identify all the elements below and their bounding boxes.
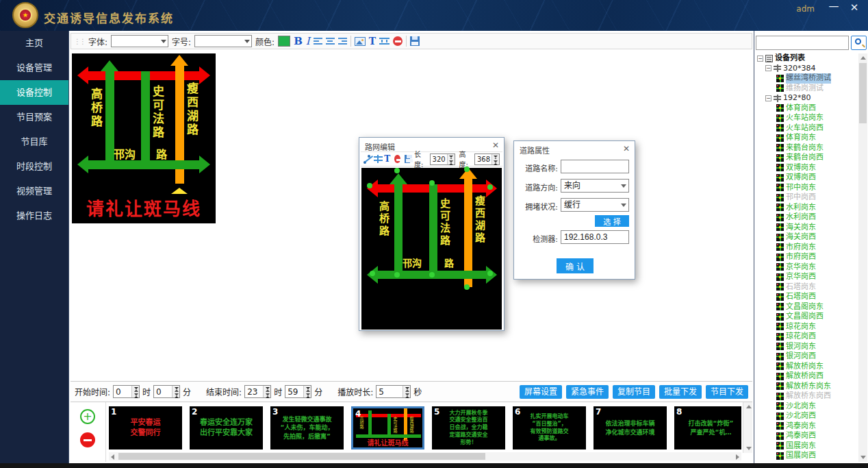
text-tool-icon[interactable]: T bbox=[384, 154, 390, 164]
sidebar-item-3[interactable]: 节目预案 bbox=[0, 105, 68, 130]
device-item[interactable]: 解放桥东岗西 bbox=[786, 391, 831, 402]
control-point[interactable] bbox=[487, 184, 493, 190]
playlist-item-3[interactable]: 3发生轻微交通事故“人未伤，车能动，先拍照，后撤离” bbox=[270, 406, 344, 449]
device-item[interactable]: 邗中岗西 bbox=[786, 193, 816, 203]
control-point[interactable] bbox=[370, 271, 375, 276]
align-left-icon[interactable] bbox=[314, 38, 322, 45]
end-minute-stepper[interactable] bbox=[285, 385, 311, 398]
control-point[interactable] bbox=[394, 272, 400, 278]
device-item[interactable]: 邗中岗东 bbox=[786, 183, 816, 193]
device-item[interactable]: 石塔岗西 bbox=[786, 292, 816, 302]
playlist-item-1[interactable]: 1平安春运交警同行 bbox=[109, 406, 182, 449]
device-item[interactable]: 水利岗西 bbox=[786, 212, 816, 223]
tree-expander-icon[interactable]: − bbox=[757, 56, 763, 62]
device-item[interactable]: 解放桥岗东 bbox=[786, 362, 824, 372]
scrollbar-thumb[interactable] bbox=[859, 63, 867, 123]
device-item[interactable]: 琼花岗东 bbox=[786, 322, 816, 332]
device-item[interactable]: 石塔岗东 bbox=[786, 282, 816, 293]
insert-image-icon[interactable] bbox=[355, 37, 366, 46]
device-item[interactable]: 国展岗西 bbox=[786, 451, 816, 461]
schedule-button-0[interactable]: 屏幕设置 bbox=[520, 385, 562, 399]
color-swatch[interactable] bbox=[278, 36, 290, 47]
search-button[interactable] bbox=[851, 36, 867, 50]
playlist-horizontal-scrollbar[interactable] bbox=[109, 452, 741, 460]
road-name-input[interactable] bbox=[561, 160, 629, 173]
sidebar-item-0[interactable]: 主页 bbox=[0, 31, 68, 56]
tree-group-1[interactable]: 192*80 bbox=[783, 93, 811, 103]
sidebar-item-7[interactable]: 操作日志 bbox=[0, 204, 68, 228]
device-item[interactable]: 海关岗西 bbox=[786, 232, 816, 243]
device-item[interactable]: 鸿泰岗东 bbox=[786, 421, 816, 432]
device-item[interactable]: 琼花岗西 bbox=[786, 332, 816, 342]
tree-group-0[interactable]: 320*384 bbox=[783, 64, 816, 74]
schedule-button-1[interactable]: 紧急事件 bbox=[566, 385, 609, 399]
tree-expander-icon[interactable]: − bbox=[765, 65, 771, 71]
sidebar-item-5[interactable]: 时段控制 bbox=[0, 154, 68, 179]
playlist-item-2[interactable]: 2春运安全连万家出行平安靠大家 bbox=[190, 406, 263, 449]
add-program-button[interactable]: + bbox=[80, 409, 95, 424]
sign-preview-panel[interactable]: 高桥路史可法路瘦西湖路邗沟路请礼让斑马线 bbox=[72, 53, 216, 223]
control-point[interactable] bbox=[367, 183, 372, 188]
playlist-item-4[interactable]: 4高桥路史可法路瘦西湖路请礼让斑马线 bbox=[351, 406, 424, 449]
size-select[interactable] bbox=[194, 35, 252, 47]
start-hour-stepper[interactable] bbox=[113, 385, 140, 398]
congestion-select[interactable]: 缓行 bbox=[561, 198, 629, 212]
device-item[interactable]: 解放桥东岗东 bbox=[786, 382, 831, 392]
device-item[interactable]: 解放桥岗西 bbox=[786, 371, 824, 382]
device-item[interactable]: 市府岗西 bbox=[786, 252, 816, 262]
tree-expander-icon[interactable]: − bbox=[765, 95, 771, 101]
schedule-button-4[interactable]: 节目下发 bbox=[706, 385, 748, 399]
device-item[interactable]: 京华岗西 bbox=[786, 272, 816, 282]
device-item[interactable]: 沙北岗西 bbox=[786, 411, 816, 421]
insert-text-icon[interactable]: T bbox=[369, 36, 376, 47]
close-icon[interactable]: ✕ bbox=[623, 144, 630, 153]
delete-icon[interactable] bbox=[393, 36, 403, 46]
italic-button[interactable]: I bbox=[306, 35, 310, 47]
control-point[interactable] bbox=[464, 167, 470, 172]
device-search-input[interactable] bbox=[756, 36, 849, 50]
duration-stepper[interactable] bbox=[376, 385, 411, 398]
device-item[interactable]: 水利岗东 bbox=[786, 203, 816, 213]
road-network-icon[interactable] bbox=[379, 37, 390, 45]
detector-input[interactable] bbox=[561, 230, 629, 244]
device-item[interactable]: 沙北岗东 bbox=[786, 402, 816, 412]
device-item[interactable]: 来鹤台岗东 bbox=[786, 143, 824, 153]
playlist-item-5[interactable]: 5大力开展秋冬季交通安全整治百日会战，全力稳定道路交通安全形势！ bbox=[432, 406, 505, 449]
playlist-item-8[interactable]: 8打击改装“炸街”严查严处“机… bbox=[674, 406, 741, 449]
length-stepper[interactable] bbox=[430, 153, 455, 165]
select-detector-button[interactable]: 选 择 bbox=[595, 215, 629, 227]
device-item[interactable]: 双博岗东 bbox=[786, 163, 816, 173]
control-point[interactable] bbox=[487, 271, 493, 276]
control-point[interactable] bbox=[394, 168, 400, 173]
align-right-icon[interactable] bbox=[338, 38, 347, 45]
schedule-button-3[interactable]: 批量下发 bbox=[659, 385, 702, 399]
close-icon[interactable]: ✕ bbox=[846, 1, 863, 14]
device-item[interactable]: 来鹤台岗西 bbox=[786, 153, 824, 163]
device-item[interactable]: 体育岗东 bbox=[786, 133, 816, 143]
close-icon[interactable]: ✕ bbox=[492, 140, 499, 150]
device-item[interactable]: 文昌阁岗西 bbox=[786, 312, 824, 322]
control-point[interactable] bbox=[429, 180, 435, 186]
playlist-vertical-scrollbar[interactable] bbox=[743, 402, 752, 453]
schedule-button-2[interactable]: 复制节目 bbox=[613, 385, 655, 399]
device-item[interactable]: 火车站岗西 bbox=[786, 123, 824, 134]
device-item[interactable]: 京华岗东 bbox=[786, 262, 816, 273]
sidebar-item-2[interactable]: 设备控制 bbox=[0, 80, 68, 105]
sidebar-item-6[interactable]: 视频管理 bbox=[0, 179, 68, 204]
sidebar-item-1[interactable]: 设备管理 bbox=[0, 56, 68, 80]
control-point[interactable] bbox=[429, 272, 435, 278]
start-minute-stepper[interactable] bbox=[153, 385, 180, 398]
device-item[interactable]: 维扬岗测试 bbox=[786, 84, 824, 94]
tree-scrollbar[interactable] bbox=[858, 53, 867, 462]
device-item[interactable]: 银河岗东 bbox=[786, 342, 816, 352]
draw-line-icon[interactable] bbox=[363, 155, 370, 164]
device-item[interactable]: 火车站岗东 bbox=[786, 113, 824, 123]
control-point[interactable] bbox=[464, 284, 470, 290]
device-item[interactable]: 双博岗西 bbox=[786, 173, 816, 183]
device-item[interactable]: 文昌阁岗东 bbox=[786, 302, 824, 312]
end-hour-stepper[interactable] bbox=[244, 385, 271, 398]
delete-icon[interactable] bbox=[394, 155, 400, 163]
device-item[interactable]: 鸿泰岗西 bbox=[786, 431, 816, 441]
device-item[interactable]: 国展岗东 bbox=[786, 441, 816, 452]
save-icon[interactable] bbox=[405, 155, 410, 163]
